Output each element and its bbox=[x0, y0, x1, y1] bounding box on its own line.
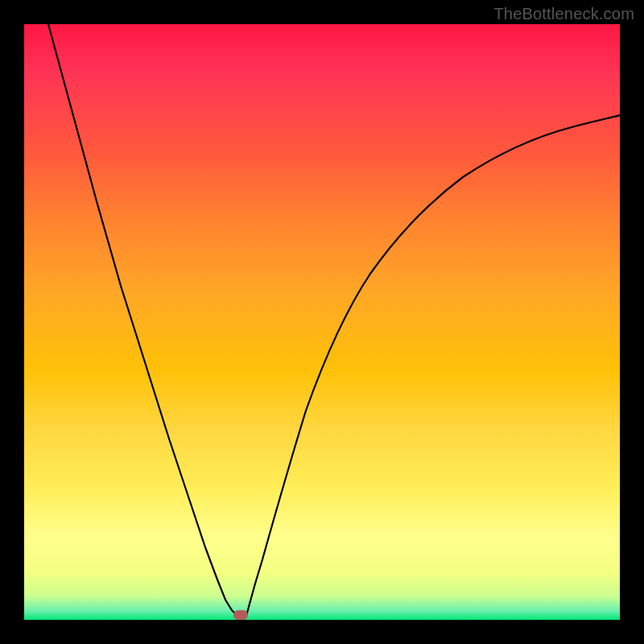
watermark-text: TheBottleneck.com bbox=[493, 5, 634, 23]
right-curve-branch bbox=[246, 115, 620, 616]
bottleneck-curve bbox=[24, 24, 620, 620]
left-curve-branch bbox=[48, 24, 243, 617]
min-point-marker bbox=[233, 610, 248, 620]
